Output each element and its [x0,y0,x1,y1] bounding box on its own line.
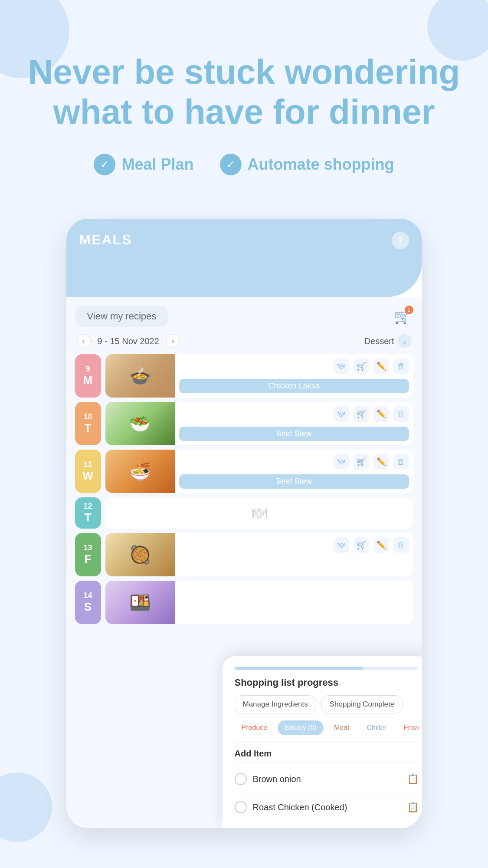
hero-section: Never be stuck wondering what to have fo… [0,0,488,219]
shopping-card-title: Shopping list progress [235,677,419,688]
item-checkbox[interactable] [235,773,247,785]
phone-mockup: MEALS ? View my recipes 🛒 1 ‹ 9 - 15 Nov… [66,219,422,828]
meal-card-top: 🍲 🍽 🛒 ✏️ 🗑 Chicken Laksa [105,354,413,398]
edit-icon[interactable]: ✏️ [373,406,389,422]
meal-image: 🥘 [105,533,175,576]
phone-section: MEALS ? View my recipes 🛒 1 ‹ 9 - 15 Nov… [0,219,488,828]
day-letter: M [83,374,93,387]
meal-image: 🍜 [105,450,175,493]
day-number: 14 [83,591,92,600]
cart-badge: 1 [405,306,413,314]
shopping-item-row: Roast Chicken (Cooked) 📋 [235,797,419,818]
delete-icon[interactable]: 🗑 [393,406,409,422]
action-icons: 🍽 🛒 ✏️ 🗑 [179,537,409,553]
day-number: 11 [83,460,92,469]
day-badge-friday: 13 F [75,533,101,576]
serve-icon[interactable]: 🍽 [334,537,349,553]
meal-image: 🍲 [105,354,175,398]
edit-icon[interactable]: ✏️ [373,358,389,374]
features-row: ✓ Meal Plan ✓ Automate shopping [26,154,462,175]
item-checkbox[interactable] [235,801,247,813]
delete-icon[interactable]: 🗑 [393,358,409,374]
meal-card-top: 🥗 🍽 🛒 ✏️ 🗑 Beef Stew [105,402,413,445]
cart-add-icon[interactable]: 🛒 [354,358,369,374]
meal-actions: 🍽 🛒 ✏️ 🗑 Beef Stew [175,450,413,493]
add-item-title: Add Item [235,749,419,759]
meal-row: 9 M 🍲 🍽 🛒 ✏️ [75,354,413,398]
meal-card-saturday: 🍱 [105,581,413,624]
manage-ingredients-button[interactable]: Manage Ingredients [235,695,316,713]
delete-icon[interactable]: 🗑 [393,454,409,470]
day-number: 13 [83,543,92,552]
delete-icon[interactable]: 🗑 [393,537,409,553]
day-letter: T [85,511,92,524]
phone-header: MEALS ? [66,219,422,297]
meal-card-tuesday: 🥗 🍽 🛒 ✏️ 🗑 Beef Stew [105,402,413,445]
item-name: Brown onion [253,774,401,784]
view-recipes-button[interactable]: View my recipes [75,306,169,327]
serve-icon[interactable]: 🍽 [334,358,349,374]
dessert-filter[interactable]: Dessert ⌄ [364,334,412,348]
prev-week-button[interactable]: ‹ [77,334,91,348]
progress-bar [235,667,364,670]
day-letter: S [84,600,92,614]
meal-plan-label: Meal Plan [121,155,193,174]
cart-add-icon[interactable]: 🛒 [354,406,369,422]
help-icon[interactable]: ? [392,232,409,249]
serve-icon[interactable]: 🍽 [334,454,349,470]
week-nav-center: ‹ 9 - 15 Nov 2022 › [77,334,180,348]
cart-icon-wrap[interactable]: 🛒 1 [392,306,413,327]
meal-row: 13 F 🥘 🍽 🛒 ✏️ 🗑 [75,533,413,576]
category-tabs: Produce Bakery (0) Meat Chiller Frozen P… [235,720,419,735]
shopping-complete-button[interactable]: Shopping Complete [321,695,403,713]
action-icons: 🍽 🛒 ✏️ 🗑 [179,358,409,374]
week-range-label: 9 - 15 Nov 2022 [98,336,159,346]
item-clipboard-icon: 📋 [407,773,419,785]
divider [235,793,419,793]
edit-icon[interactable]: ✏️ [373,537,389,553]
day-badge-thursday: 12 T [75,497,101,529]
feature-badge-automate-shopping: ✓ Automate shopping [220,154,394,175]
meal-actions: 🍽 🛒 ✏️ 🗑 Chicken Laksa [175,354,413,398]
next-week-button[interactable]: › [166,334,180,348]
day-badge-tuesday: 10 T [75,402,101,445]
day-letter: T [85,421,92,435]
edit-icon[interactable]: ✏️ [373,454,389,470]
meal-row: 10 T 🥗 🍽 🛒 ✏️ 🗑 [75,402,413,445]
action-icons: 🍽 🛒 ✏️ 🗑 [179,406,409,422]
add-item-section: Add Item [235,742,419,763]
meal-name-tag: Chicken Laksa [179,379,409,393]
serve-icon[interactable]: 🍽 [334,406,349,422]
meal-image: 🥗 [105,402,175,445]
category-meat[interactable]: Meat [327,720,357,735]
day-letter: F [85,552,92,566]
meal-actions [175,581,413,624]
cart-add-icon[interactable]: 🛒 [354,537,369,553]
feature-badge-meal-plan: ✓ Meal Plan [94,154,193,175]
meal-card-monday: 🍲 🍽 🛒 ✏️ 🗑 Chicken Laksa [105,354,413,398]
empty-day-card[interactable]: 🍽 [105,497,413,529]
meal-card-top: 🍜 🍽 🛒 ✏️ 🗑 Beef Stew [105,450,413,493]
meal-name-tag: Beef Stew [179,427,409,441]
category-chiller[interactable]: Chiller [360,720,393,735]
day-letter: W [82,469,93,483]
automate-shopping-label: Automate shopping [248,155,394,174]
meal-card-top: 🍱 [105,581,413,624]
meals-title: MEALS [79,232,409,248]
recipes-bar: View my recipes 🛒 1 [75,306,413,327]
category-bakery[interactable]: Bakery (0) [278,720,324,735]
check-icon-automate-shopping: ✓ [220,154,242,175]
shopping-buttons: Manage Ingredients Shopping Complete [235,695,419,713]
meal-name-tag: Beef Stew [179,474,409,489]
day-number: 12 [83,502,92,511]
item-clipboard-icon: 📋 [407,802,419,813]
category-frozen[interactable]: Frozen [397,720,419,735]
category-produce[interactable]: Produce [235,720,275,735]
hero-title: Never be stuck wondering what to have fo… [26,52,462,132]
cart-add-icon[interactable]: 🛒 [354,454,369,470]
day-badge-saturday: 14 S [75,581,101,624]
shopping-list-card: Shopping list progress Manage Ingredient… [223,656,422,828]
action-icons: 🍽 🛒 ✏️ 🗑 [179,454,409,470]
divider [235,762,419,763]
meal-row: 12 T 🍽 [75,497,413,529]
